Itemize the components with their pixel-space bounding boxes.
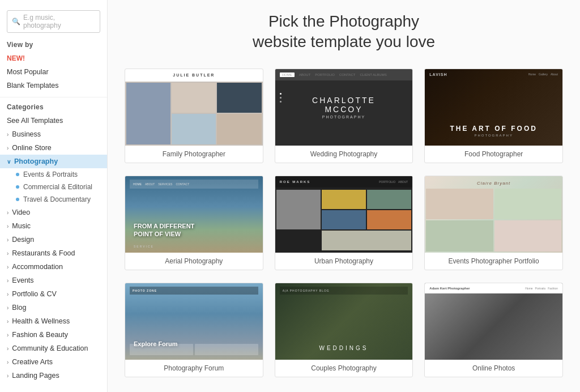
template-card-wedding[interactable]: HOME ABOUT PORTFOLIO CONTACT CLIENT ALBU… [275, 69, 413, 163]
template-card-family[interactable]: JULIE BUTLER Family Photographer [125, 69, 263, 163]
family-grid [125, 82, 263, 146]
sidebar-subitem-events-portraits[interactable]: Events & Portraits [0, 168, 107, 181]
dot-icon [16, 198, 19, 201]
couples-label: Weddings [319, 345, 368, 351]
chevron-right-icon: › [7, 359, 8, 365]
template-card-aerial[interactable]: HOME ABOUT SERVICES CONTACT FROM A DIFFE… [125, 176, 263, 270]
template-label-couples: Couples Photography [275, 360, 413, 377]
forum-bottom [130, 344, 258, 355]
sidebar-item-new[interactable]: NEW! [0, 52, 107, 65]
aerial-service-label: SERVICE [134, 245, 154, 248]
chevron-right-icon: › [7, 278, 8, 284]
template-label-food: Food Photographer [425, 146, 562, 163]
sidebar-item-online-store[interactable]: › Online Store [0, 141, 107, 155]
chevron-right-icon: › [7, 145, 8, 151]
sidebar-item-most-popular[interactable]: Most Popular [0, 65, 107, 79]
couples-nav: A|A PHOTOGRAPHY BLOG [280, 287, 408, 295]
wedding-dots [280, 93, 282, 121]
wedding-sub: PHOTOGRAPHY [309, 115, 378, 119]
template-thumb-events: Claire Bryant [425, 176, 562, 253]
templates-grid: JULIE BUTLER Family Photographer HOME AB… [125, 69, 563, 377]
template-thumb-family: JULIE BUTLER [125, 69, 263, 146]
divider [0, 97, 107, 97]
sidebar-item-fashion[interactable]: › Fashion & Beauty [0, 328, 107, 342]
sidebar-item-health[interactable]: › Health & Wellness [0, 314, 107, 328]
template-thumb-urban: ROE MARKS PORTFOLIO ABOUT [275, 176, 413, 253]
chevron-right-icon: › [7, 237, 8, 243]
sidebar-item-see-all[interactable]: See All Templates [0, 114, 107, 127]
aerial-text: FROM A DIFFERENTPOINT OF VIEW [134, 222, 194, 238]
chevron-right-icon: › [7, 305, 8, 311]
categories-label: Categories [7, 103, 100, 111]
events-grid [425, 188, 562, 253]
forum-nav: PHOTO ZONE [130, 287, 258, 295]
family-img1 [126, 83, 170, 144]
template-card-food[interactable]: LAVISH Home Gallery About THE ART OF FOO… [424, 69, 563, 163]
chevron-right-icon: › [7, 318, 8, 325]
template-card-forum[interactable]: PHOTO ZONE Explore Forum Photography For… [125, 283, 263, 377]
family-img3 [217, 83, 261, 113]
sidebar-item-restaurants[interactable]: › Restaurants & Food [0, 246, 107, 260]
chevron-right-icon: › [7, 250, 8, 257]
mock-header: JULIE BUTLER [125, 69, 263, 82]
template-thumb-online: Adam Kert Photographer Home Portraits Fa… [425, 283, 562, 360]
sidebar-item-community[interactable]: › Community & Education [0, 342, 107, 355]
chevron-right-icon: › [7, 210, 8, 216]
sidebar-item-accommodation[interactable]: › Accommodation [0, 260, 107, 274]
events-name: Claire Bryant [477, 181, 510, 186]
search-box[interactable]: 🔍 E.g music, photography [7, 10, 100, 33]
sidebar-item-blog[interactable]: › Blog [0, 301, 107, 314]
template-label-events: Events Photographer Portfolio [425, 253, 562, 270]
family-img5 [217, 114, 261, 144]
sidebar-item-blank-templates[interactable]: Blank Templates [0, 79, 107, 92]
sidebar-item-creative[interactable]: › Creative Arts [0, 355, 107, 369]
template-card-couples[interactable]: A|A PHOTOGRAPHY BLOG Weddings Couples Ph… [275, 283, 413, 377]
template-card-online[interactable]: Adam Kert Photographer Home Portraits Fa… [424, 283, 563, 377]
sidebar-item-events[interactable]: › Events [0, 274, 107, 287]
template-label-urban: Urban Photography [275, 253, 413, 270]
chevron-right-icon: › [7, 131, 8, 138]
template-label-aerial: Aerial Photography [125, 253, 263, 270]
family-img2 [172, 83, 216, 113]
template-label-wedding: Wedding Photography [275, 146, 413, 163]
template-thumb-aerial: HOME ABOUT SERVICES CONTACT FROM A DIFFE… [125, 176, 263, 253]
online-nav: Adam Kert Photographer Home Portraits Fa… [425, 283, 562, 293]
template-label-family: Family Photographer [125, 146, 263, 163]
wedding-text: Charlotte McCoy PHOTOGRAPHY [309, 96, 378, 119]
wedding-name: Charlotte McCoy [309, 96, 378, 114]
sidebar-item-business[interactable]: › Business [0, 127, 107, 141]
chevron-right-icon: › [7, 223, 8, 229]
sidebar-item-landing[interactable]: › Landing Pages [0, 369, 107, 382]
online-image [425, 293, 562, 360]
template-card-urban[interactable]: ROE MARKS PORTFOLIO ABOUT Urban Photo [275, 176, 413, 270]
template-thumb-wedding: HOME ABOUT PORTFOLIO CONTACT CLIENT ALBU… [275, 69, 413, 146]
search-placeholder: E.g music, photography [23, 14, 92, 29]
dot-icon [16, 185, 19, 189]
sidebar: 🔍 E.g music, photography View by NEW! Mo… [0, 0, 108, 392]
template-card-events[interactable]: Claire Bryant Events Photographer Portfo… [424, 176, 563, 270]
sidebar-item-design[interactable]: › Design [0, 233, 107, 246]
dot-icon [16, 173, 19, 176]
sidebar-item-music[interactable]: › Music [0, 219, 107, 233]
page-title: Pick the Photography website template yo… [125, 11, 563, 53]
sidebar-subitem-commercial[interactable]: Commercial & Editorial [0, 181, 107, 193]
template-thumb-couples: A|A PHOTOGRAPHY BLOG Weddings [275, 283, 413, 360]
sidebar-item-photography[interactable]: ∨ Photography [0, 155, 107, 168]
mock-nav-wedding: HOME ABOUT PORTFOLIO CONTACT CLIENT ALBU… [275, 69, 413, 80]
chevron-down-icon: ∨ [7, 159, 11, 165]
urban-nav: ROE MARKS PORTFOLIO ABOUT [275, 176, 413, 188]
view-by-label: View by [7, 41, 100, 49]
sidebar-item-portfolio[interactable]: › Portfolio & CV [0, 287, 107, 301]
template-thumb-food: LAVISH Home Gallery About THE ART OF FOO… [425, 69, 562, 146]
sidebar-subitem-travel[interactable]: Travel & Documentary [0, 193, 107, 206]
template-label-forum: Photography Forum [125, 360, 263, 377]
urban-grid [275, 189, 413, 253]
main-content: Pick the Photography website template yo… [108, 0, 580, 392]
chevron-right-icon: › [7, 332, 8, 338]
family-img4 [172, 114, 216, 144]
chevron-right-icon: › [7, 346, 8, 352]
chevron-right-icon: › [7, 264, 8, 270]
sidebar-item-video[interactable]: › Video [0, 206, 107, 219]
couples-text: Weddings [319, 345, 368, 351]
search-icon: 🔍 [12, 18, 20, 25]
